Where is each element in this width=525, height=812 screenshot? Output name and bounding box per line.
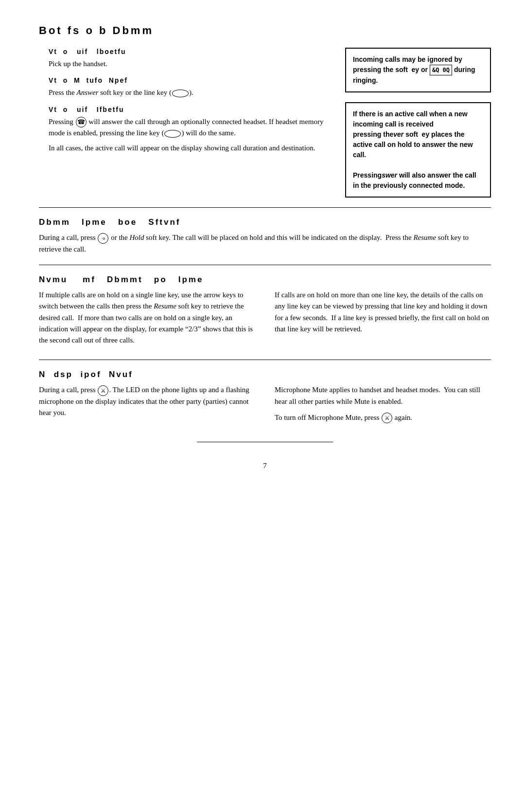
mute-icon-right: ⚔ [382,413,392,423]
subheading-mute-mode: Vt o M tufo Npef [49,76,331,84]
hold-resume-section: Dbmm Ipme boe Sftvnf During a call, pres… [39,217,491,255]
mute-section: N dsp ipof Nvuf During a call, press ⚔. … [39,370,491,427]
multiple-hold-right-body: If calls are on hold on more than one li… [275,289,491,335]
answering-calls-section: Vt o uif lboetfu Pick up the handset. Vt… [39,48,491,198]
answering-calls-right: Incoming calls may be ignored by pressin… [345,48,491,198]
mute-right-body2: To turn off Microphone Mute, press ⚔ aga… [275,412,491,424]
main-title: Bot fs o b Dbmm [39,24,491,37]
mute-icon-left: ⚔ [98,385,108,396]
multiple-hold-right: If calls are on hold on more than one li… [275,289,491,350]
mute-left: During a call, press ⚔. The LED on the p… [39,384,255,427]
mute-right-body1: Microphone Mute applies to handset and h… [275,384,491,407]
note-box-ignore: Incoming calls may be ignored by pressin… [345,48,491,92]
page-number: 7 [39,462,491,470]
mute-cols: During a call, press ⚔. The LED on the p… [39,384,491,427]
separator-bottom [197,442,333,442]
multiple-hold-heading: Nvmu mf Dbmmt po Ipme [39,275,491,285]
mute-left-body: During a call, press ⚔. The LED on the p… [39,384,255,418]
mute-heading: N dsp ipof Nvuf [39,370,491,379]
headset-icon: ☎ [76,117,87,127]
mute-mode-body: Press the Answer soft key or the line ke… [49,87,331,98]
hold-resume-heading: Dbmm Ipme boe Sftvnf [39,217,491,227]
note-box-active-call: If there is an active call w​hen a new i… [345,102,491,198]
line-key-oval-icon [172,90,189,97]
line-key-oval-icon2 [164,130,181,138]
subheading-handset: Vt o uif lboetfu [49,48,331,55]
handset-body: Pick up the handset. [49,58,331,70]
separator-1 [39,207,491,208]
hold-button-icon: ·o [98,233,108,244]
kbd-icon: &Q 0Q [430,65,452,75]
headset-body2: In all cases, the active call will appea… [49,143,331,154]
multiple-hold-left: If multiple calls are on hold on a singl… [39,289,255,350]
multiple-hold-left-body: If multiple calls are on hold on a singl… [39,289,255,346]
separator-3 [39,360,491,360]
answering-calls-left: Vt o uif lboetfu Pick up the handset. Vt… [39,48,331,198]
hold-resume-body: During a call, press ·o or the Hold soft… [39,232,491,255]
multiple-hold-section: Nvmu mf Dbmmt po Ipme If multiple calls … [39,275,491,350]
multiple-hold-cols: If multiple calls are on hold on a singl… [39,289,491,350]
separator-2 [39,265,491,265]
subheading-headset: Vt o uif Ifbetfu [49,106,331,113]
mute-right: Microphone Mute applies to handset and h… [275,384,491,427]
headset-body1: Pressing ☎ will answer the call through … [49,116,331,139]
